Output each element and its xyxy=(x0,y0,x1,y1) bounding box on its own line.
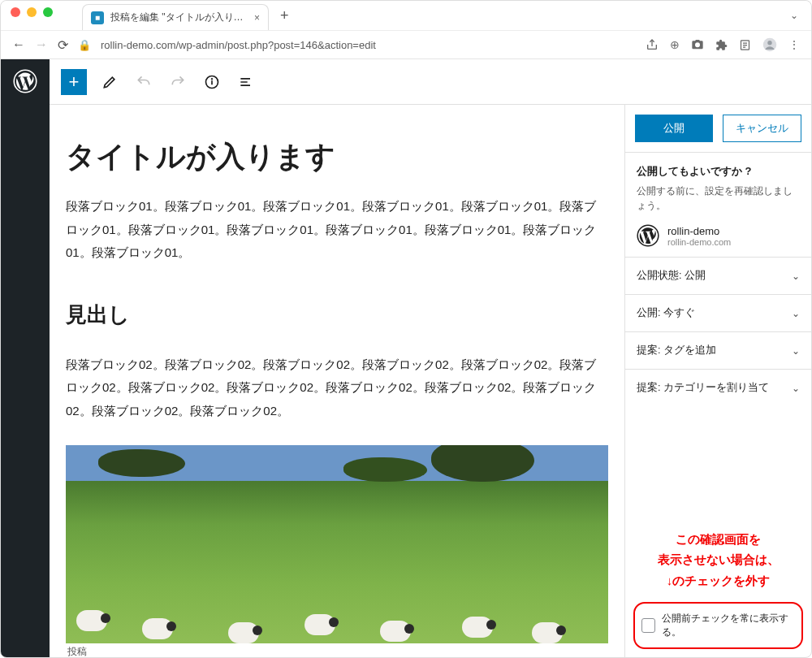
editor-toolbar: + xyxy=(50,59,811,105)
browser-address-bar: ← → ⟳ 🔒 rollin-demo.com/wp-admin/post.ph… xyxy=(1,30,811,59)
always-show-checkbox-label: 公開前チェックを常に表示する。 xyxy=(662,612,795,639)
publish-question: 公開してもよいですか ? xyxy=(637,164,800,179)
always-show-checkbox[interactable] xyxy=(641,618,655,633)
wordpress-favicon: ■ xyxy=(91,11,104,24)
outline-icon[interactable] xyxy=(235,71,257,93)
lock-icon: 🔒 xyxy=(78,39,91,51)
publish-panel-body: 公開してもよいですか ? 公開する前に、設定を再確認しましょう。 rollin-… xyxy=(625,153,811,257)
panel-row-schedule[interactable]: 公開: 今すぐ ⌄ xyxy=(625,294,811,331)
tabs-menu-chevron-icon[interactable]: ⌄ xyxy=(790,10,805,21)
site-url: rollin-demo.com xyxy=(667,237,731,247)
toolbar-right: ⊕ ⋮ xyxy=(646,37,800,52)
add-bookmark-plus-icon[interactable]: ⊕ xyxy=(670,37,680,52)
reading-list-icon[interactable] xyxy=(739,37,751,52)
cancel-button[interactable]: キャンセル xyxy=(723,115,802,142)
tab-title: 投稿を編集 "タイトルが入ります" xyxy=(110,11,248,24)
svg-point-2 xyxy=(767,41,771,45)
kebab-menu-icon[interactable]: ⋮ xyxy=(788,37,800,52)
extensions-icon[interactable] xyxy=(715,37,728,52)
nav-forward-button[interactable]: → xyxy=(35,37,48,52)
add-block-button[interactable]: + xyxy=(61,69,87,95)
wp-admin-rail[interactable] xyxy=(1,59,50,658)
browser-tabbar: ■ 投稿を編集 "タイトルが入ります" × + ⌄ xyxy=(1,1,811,30)
url-field[interactable]: rollin-demo.com/wp-admin/post.php?post=1… xyxy=(101,39,636,51)
info-icon[interactable] xyxy=(201,71,223,93)
annotation-text: この確認画面を 表示させない場合は、 ↓のチェックを外す xyxy=(625,529,811,591)
site-wordpress-icon xyxy=(637,224,659,247)
nav-back-button[interactable]: ← xyxy=(12,37,25,52)
site-name: rollin-demo xyxy=(667,225,731,237)
redo-button[interactable] xyxy=(166,71,189,93)
panel-row-visibility[interactable]: 公開状態: 公開 ⌄ xyxy=(625,257,811,294)
new-tab-button[interactable]: + xyxy=(280,7,289,24)
post-title[interactable]: タイトルが入ります xyxy=(66,137,608,177)
profile-avatar-icon[interactable] xyxy=(762,37,777,52)
minimize-window-button[interactable] xyxy=(27,7,37,17)
maximize-window-button[interactable] xyxy=(43,7,53,17)
publish-button[interactable]: 公開 xyxy=(635,115,713,142)
edit-mode-icon[interactable] xyxy=(98,71,121,93)
close-window-button[interactable] xyxy=(11,7,20,17)
site-row: rollin-demo rollin-demo.com xyxy=(637,224,800,247)
nav-reload-button[interactable]: ⟳ xyxy=(58,37,68,53)
browser-tab[interactable]: ■ 投稿を編集 "タイトルが入ります" × xyxy=(82,4,269,30)
chevron-down-icon: ⌄ xyxy=(792,271,800,282)
publish-panel-header: 公開 キャンセル xyxy=(625,105,811,153)
always-show-check-row: 公開前チェックを常に表示する。 xyxy=(633,602,803,649)
share-icon[interactable] xyxy=(646,37,659,52)
panel-row-categories[interactable]: 提案: カテゴリーを割り当て ⌄ xyxy=(625,369,811,406)
editor-canvas[interactable]: タイトルが入ります 段落ブロック01。段落ブロック01。段落ブロック01。段落ブ… xyxy=(50,105,624,658)
editor-wrap: + タイトルが入ります 段落ブロック01。段落ブロック01。段落ブロック01。段… xyxy=(50,59,811,658)
wordpress-logo-icon xyxy=(13,69,37,93)
heading-block[interactable]: 見出し xyxy=(66,301,608,329)
paragraph-block-2[interactable]: 段落ブロック02。段落ブロック02。段落ブロック02。段落ブロック02。段落ブロ… xyxy=(66,353,608,423)
chevron-down-icon: ⌄ xyxy=(792,383,800,394)
panel-row-tags[interactable]: 提案: タグを追加 ⌄ xyxy=(625,331,811,369)
editor-main: タイトルが入ります 段落ブロック01。段落ブロック01。段落ブロック01。段落ブ… xyxy=(50,105,811,658)
chevron-down-icon: ⌄ xyxy=(792,345,800,357)
paragraph-block-1[interactable]: 段落ブロック01。段落ブロック01。段落ブロック01。段落ブロック01。段落ブロ… xyxy=(66,195,608,265)
traffic-lights xyxy=(11,7,53,17)
breadcrumb-footer[interactable]: 投稿 xyxy=(66,643,608,658)
image-block[interactable] xyxy=(66,445,608,643)
chevron-down-icon: ⌄ xyxy=(792,308,800,319)
close-tab-icon[interactable]: × xyxy=(254,12,260,24)
publish-panel: 公開 キャンセル 公開してもよいですか ? 公開する前に、設定を再確認しましょう… xyxy=(624,105,811,658)
svg-point-5 xyxy=(212,78,213,79)
undo-button[interactable] xyxy=(132,71,155,93)
publish-hint: 公開する前に、設定を再確認しましょう。 xyxy=(637,184,800,213)
app-content: + タイトルが入ります 段落ブロック01。段落ブロック01。段落ブロック01。段… xyxy=(1,59,811,658)
camera-icon[interactable] xyxy=(691,37,704,52)
